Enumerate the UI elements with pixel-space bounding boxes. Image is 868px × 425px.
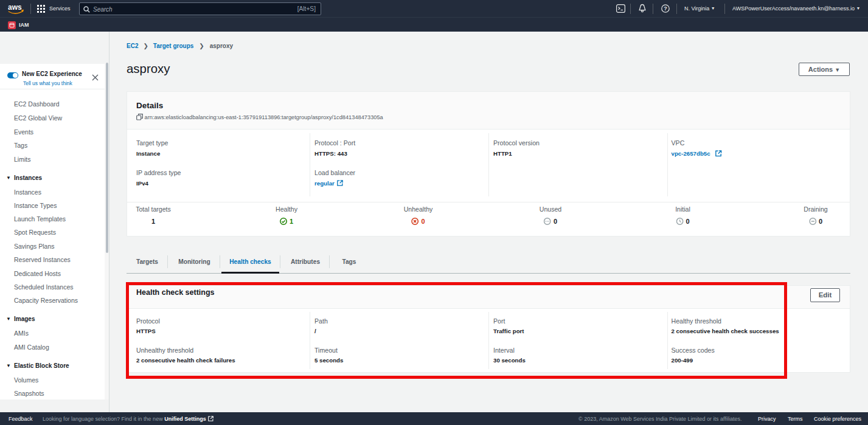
svg-text:?: ?: [664, 5, 667, 12]
svg-text:aws: aws: [8, 3, 22, 12]
